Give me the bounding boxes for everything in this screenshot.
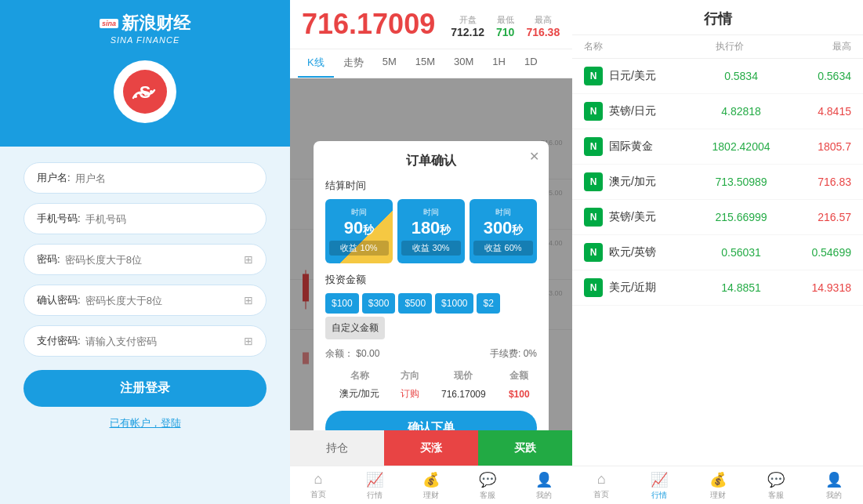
modal-overlay: 订单确认 ✕ 结算时间 时间 90秒 收益 10% 时间 180秒 收益 30% — [290, 78, 572, 430]
chart-area: 716.00 715.00 714.00 713.00 — [290, 78, 572, 430]
market-high-1: 4.8415 — [785, 105, 851, 118]
home-icon: ⌂ — [314, 471, 323, 488]
market-row-6[interactable]: N 美元/近期 14.8851 14.9318 — [572, 270, 863, 306]
pay-input[interactable] — [85, 335, 239, 347]
svg-point-5 — [150, 90, 153, 93]
right-panel: 行情 名称 执行价 最高 N 日元/美元 0.5834 0.5634 N 英镑/… — [572, 0, 863, 504]
tab-15m[interactable]: 15M — [406, 49, 444, 78]
confirm-field[interactable]: 确认密码: ⊞ — [24, 285, 267, 316]
middle-nav-finance[interactable]: 💰 理财 — [403, 471, 459, 501]
left-panel-top: sina 新浪财经 SINA FINANCE S — [0, 0, 290, 147]
svg-point-2 — [134, 95, 137, 98]
high-value: 716.38 — [526, 26, 560, 38]
middle-panel: 716.17009 开盘 712.12 最低 710 最高 716.38 K线 … — [290, 0, 572, 504]
left-panel-form: 用户名: 手机号码: 密码: ⊞ 确认密码: ⊞ 支付密码: ⊞ 注册登录 已有… — [0, 147, 290, 446]
time-label-300: 时间 — [473, 207, 533, 218]
order-modal: 订单确认 ✕ 结算时间 时间 90秒 收益 10% 时间 180秒 收益 30% — [314, 141, 549, 430]
time-btn-180[interactable]: 时间 180秒 收益 30% — [397, 199, 465, 263]
modal-title: 订单确认 — [325, 153, 537, 169]
order-amount: $100 — [502, 385, 537, 403]
username-field[interactable]: 用户名: — [24, 162, 267, 194]
password-field[interactable]: 密码: ⊞ — [24, 244, 267, 275]
time-value-90: 90秒 — [329, 218, 389, 238]
confirm-order-button[interactable]: 确认下单 — [325, 411, 537, 430]
svg-point-3 — [139, 92, 142, 95]
market-row-4[interactable]: N 英镑/美元 215.66999 216.57 — [572, 200, 863, 235]
fee-label: 手续费: — [490, 348, 520, 359]
time-label-90: 时间 — [329, 207, 389, 218]
market-icon-0: N — [584, 67, 603, 85]
middle-nav-mine[interactable]: 👤 我的 — [516, 471, 572, 501]
fee-display: 手续费: 0% — [490, 347, 537, 361]
middle-nav-service[interactable]: 💬 客服 — [459, 471, 516, 501]
amount-btn-500[interactable]: $500 — [398, 293, 432, 314]
fee-value: 0% — [524, 348, 537, 359]
right-nav-mine[interactable]: 👤 我的 — [805, 471, 863, 501]
amount-btn-100[interactable]: $100 — [325, 293, 359, 314]
finance-icon: 💰 — [422, 471, 440, 488]
time-options: 时间 90秒 收益 10% 时间 180秒 收益 30% 时间 300秒 收益 … — [325, 199, 537, 263]
time-label-180: 时间 — [401, 207, 461, 218]
market-icon-6: N — [584, 278, 603, 297]
tab-30m[interactable]: 30M — [444, 49, 483, 78]
tab-trend[interactable]: 走势 — [334, 49, 373, 78]
password-input[interactable] — [65, 254, 239, 266]
order-direction: 订购 — [393, 385, 426, 403]
settlement-label: 结算时间 — [325, 179, 537, 193]
low-value: 710 — [496, 26, 514, 38]
col-price-header: 现价 — [426, 367, 501, 385]
balance-value: $0.00 — [356, 348, 379, 359]
username-input[interactable] — [75, 172, 253, 184]
order-name: 澳元/加元 — [325, 385, 393, 403]
time-btn-90[interactable]: 时间 90秒 收益 10% — [325, 199, 393, 263]
amount-btn-300[interactable]: $300 — [362, 293, 396, 314]
phone-field[interactable]: 手机号码: — [24, 203, 267, 234]
profit-label-90: 收益 10% — [329, 241, 389, 256]
login-link[interactable]: 已有帐户，登陆 — [110, 416, 181, 430]
modal-close-button[interactable]: ✕ — [529, 149, 539, 164]
buy-up-button[interactable]: 买涨 — [384, 430, 478, 466]
market-high-0: 0.5634 — [785, 70, 851, 82]
right-nav-service[interactable]: 💬 客服 — [747, 471, 805, 501]
high-stat: 最高 716.38 — [526, 14, 560, 38]
time-unit-300: 秒 — [512, 223, 523, 236]
col-name: 名称 — [584, 40, 681, 53]
balance-label: 余额： — [325, 348, 354, 359]
middle-nav-market[interactable]: 📈 行情 — [346, 471, 403, 501]
market-row-3[interactable]: N 澳元/加元 713.50989 716.83 — [572, 165, 863, 200]
hold-button[interactable]: 持仓 — [290, 430, 384, 466]
amount-btn-1000[interactable]: $1000 — [435, 293, 473, 314]
right-service-label: 客服 — [768, 490, 784, 501]
market-row-0[interactable]: N 日元/美元 0.5834 0.5634 — [572, 59, 863, 94]
register-button[interactable]: 注册登录 — [24, 370, 267, 407]
low-label: 最低 — [497, 14, 514, 26]
amount-btn-custom[interactable]: 自定义金额 — [325, 317, 385, 339]
market-row-1[interactable]: N 英镑/日元 4.82818 4.8415 — [572, 94, 863, 129]
tab-5m[interactable]: 5M — [373, 49, 406, 78]
right-nav-finance[interactable]: 💰 理财 — [688, 471, 746, 501]
right-nav-market[interactable]: 📈 行情 — [630, 471, 688, 501]
amount-btn-2[interactable]: $2 — [477, 293, 499, 314]
right-nav-home[interactable]: ⌂ 首页 — [572, 471, 630, 501]
buy-down-button[interactable]: 买跌 — [478, 430, 572, 466]
market-row-5[interactable]: N 欧元/英镑 0.56031 0.54699 — [572, 235, 863, 270]
order-price: 716.17009 — [426, 385, 501, 403]
phone-input[interactable] — [85, 213, 253, 225]
right-bottom-nav: ⌂ 首页 📈 行情 💰 理财 💬 客服 👤 我的 — [572, 466, 863, 504]
left-panel: sina 新浪财经 SINA FINANCE S 用户名: 手机号码: — [0, 0, 290, 504]
pay-password-field[interactable]: 支付密码: ⊞ — [24, 325, 267, 357]
time-btn-300[interactable]: 时间 300秒 收益 60% — [470, 199, 537, 263]
phone-label: 手机号码: — [37, 212, 81, 226]
right-mine-label: 我的 — [826, 490, 842, 501]
market-header: 行情 — [572, 0, 863, 35]
tab-1d[interactable]: 1D — [515, 49, 547, 78]
middle-nav-home[interactable]: ⌂ 首页 — [290, 471, 346, 501]
time-value-300: 300秒 — [473, 218, 533, 238]
tab-1h[interactable]: 1H — [483, 49, 515, 78]
profit-label-180: 收益 30% — [401, 241, 461, 256]
confirm-input[interactable] — [85, 295, 239, 306]
tab-kline[interactable]: K线 — [298, 49, 334, 78]
market-row-2[interactable]: N 国际黄金 1802.42004 1805.7 — [572, 129, 863, 165]
col-name-header: 名称 — [325, 367, 393, 385]
mine-label: 我的 — [536, 490, 552, 501]
